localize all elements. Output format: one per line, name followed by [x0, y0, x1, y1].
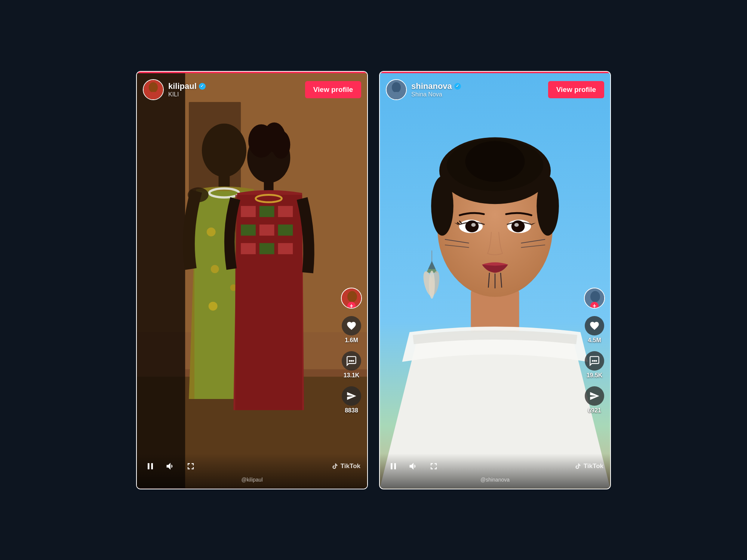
share-action-left[interactable]: 8838 — [342, 386, 361, 414]
like-button-right[interactable] — [585, 316, 604, 335]
avatar-right — [386, 79, 407, 100]
username-right: shinanova — [411, 81, 461, 91]
fullscreen-button-right[interactable] — [427, 460, 440, 473]
verified-badge-right — [454, 83, 461, 90]
svg-point-15 — [209, 301, 218, 310]
svg-point-76 — [595, 360, 597, 362]
like-action-right[interactable]: 4.5M — [585, 316, 604, 344]
view-profile-button-left[interactable]: View profile — [305, 81, 361, 98]
svg-point-51 — [471, 223, 476, 226]
svg-rect-27 — [278, 224, 293, 235]
follow-plus-badge-right: + — [590, 302, 599, 309]
bottom-controls-right: TikTok — [387, 460, 603, 473]
bottom-controls-left: TikTok — [144, 460, 360, 473]
svg-point-13 — [211, 265, 219, 273]
fullscreen-button-left[interactable] — [184, 460, 197, 473]
username-text-left: kilipaul — [168, 81, 197, 91]
card-actions-left: + 1.6M — [341, 288, 362, 414]
follow-plus-badge-left: + — [347, 302, 356, 309]
svg-rect-29 — [259, 243, 274, 254]
comment-count-right: 19.5K — [587, 372, 603, 379]
card-bottom-left: TikTok @kilipaul — [137, 454, 367, 489]
svg-point-72 — [590, 291, 600, 302]
svg-point-48 — [465, 141, 525, 182]
like-count-right: 4.5M — [588, 337, 601, 344]
svg-rect-30 — [278, 243, 293, 254]
svg-point-67 — [429, 270, 435, 299]
username-text-right: shinanova — [411, 81, 452, 91]
video-card-right: shinanova Shina Nova View profile — [379, 71, 611, 489]
share-button-left[interactable] — [342, 386, 361, 406]
tiktok-watermark-right: TikTok — [575, 462, 603, 470]
share-count-left: 8838 — [345, 407, 358, 414]
share-count-right: 6921 — [588, 407, 601, 414]
svg-rect-22 — [241, 206, 256, 217]
svg-point-6 — [202, 123, 246, 177]
video-background-left — [137, 72, 367, 489]
svg-point-33 — [149, 82, 158, 93]
pause-button-right[interactable] — [387, 460, 400, 473]
like-count-left: 1.6M — [345, 337, 358, 344]
volume-button-left[interactable] — [164, 460, 177, 473]
comment-count-left: 13.1K — [344, 372, 360, 379]
user-info-right: shinanova Shina Nova — [386, 79, 461, 100]
card-header-left: kilipaul KILI View profile — [137, 75, 367, 104]
like-button-left[interactable] — [342, 316, 361, 335]
share-button-right[interactable] — [585, 386, 604, 406]
volume-button-right[interactable] — [407, 460, 420, 473]
username-left: kilipaul — [168, 81, 206, 91]
view-profile-button-right[interactable]: View profile — [548, 81, 604, 98]
user-text-left: kilipaul KILI — [168, 81, 206, 98]
tiktok-label-left: TikTok — [341, 462, 360, 470]
svg-point-75 — [594, 360, 596, 362]
card-bottom-right: TikTok @shinanova — [380, 454, 610, 489]
like-action-left[interactable]: 1.6M — [342, 316, 361, 344]
svg-point-47 — [537, 176, 559, 235]
share-action-right[interactable]: 6921 — [585, 386, 604, 414]
display-name-left: KILI — [168, 91, 206, 98]
comment-action-left[interactable]: 13.1K — [342, 351, 361, 379]
avatar-left — [143, 79, 164, 100]
svg-point-74 — [592, 360, 594, 362]
user-text-right: shinanova Shina Nova — [411, 81, 461, 98]
svg-rect-24 — [278, 206, 293, 217]
card-header-right: shinanova Shina Nova View profile — [380, 75, 610, 104]
follow-avatar-right[interactable]: + — [584, 288, 605, 309]
svg-point-46 — [431, 176, 454, 235]
comment-button-right[interactable] — [585, 351, 604, 371]
verified-badge-left — [199, 83, 206, 90]
tiktok-handle-right: @shinanova — [387, 477, 603, 483]
follow-avatar-left[interactable]: + — [341, 288, 362, 309]
svg-point-36 — [347, 291, 357, 302]
playback-controls-left — [144, 460, 197, 473]
tiktok-handle-left: @kilipaul — [144, 477, 360, 483]
svg-point-39 — [351, 360, 353, 362]
action-avatar-left: + — [341, 288, 362, 309]
video-card-left: kilipaul KILI View profile + — [136, 71, 368, 489]
svg-point-19 — [272, 130, 290, 159]
svg-point-40 — [352, 360, 354, 362]
tiktok-watermark-left: TikTok — [332, 462, 360, 470]
comment-action-right[interactable]: 19.5K — [585, 351, 604, 379]
svg-rect-23 — [259, 206, 274, 217]
comment-button-left[interactable] — [342, 351, 361, 371]
card-actions-right: + 4.5M — [584, 288, 605, 414]
videos-container: kilipaul KILI View profile + — [121, 56, 626, 504]
svg-rect-25 — [241, 224, 256, 235]
playback-controls-right — [387, 460, 440, 473]
svg-rect-5 — [137, 72, 185, 488]
svg-point-11 — [207, 227, 216, 236]
svg-point-69 — [392, 82, 401, 93]
tiktok-label-right: TikTok — [584, 462, 603, 470]
video-background-right — [380, 72, 610, 489]
svg-point-54 — [514, 223, 519, 226]
user-info-left: kilipaul KILI — [143, 79, 206, 100]
svg-rect-28 — [241, 243, 256, 254]
svg-rect-26 — [259, 224, 274, 235]
pause-button-left[interactable] — [144, 460, 157, 473]
display-name-right: Shina Nova — [411, 91, 461, 98]
action-avatar-right: + — [584, 288, 605, 309]
svg-point-38 — [349, 360, 351, 362]
